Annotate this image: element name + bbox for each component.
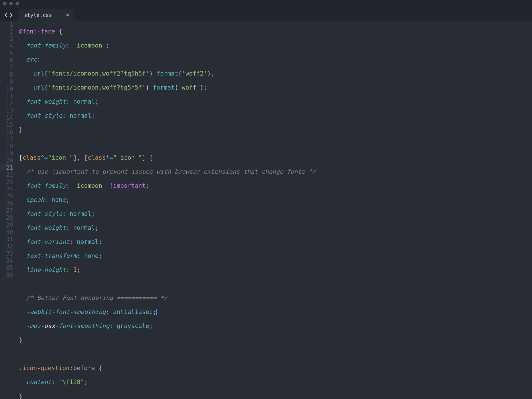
code-line [19, 351, 316, 358]
code-line: font-family: 'icomoon' !important; [19, 182, 316, 189]
code-line: } [19, 126, 316, 133]
window-minimize-icon[interactable] [9, 2, 13, 5]
code-area[interactable]: @font-face { font-family: 'icomoon'; src… [17, 21, 316, 399]
code-line: @font-face { [19, 28, 316, 35]
code-line: -moz-osx-font-smoothing: grayscale; [19, 323, 316, 330]
window-zoom-icon[interactable] [15, 2, 19, 5]
code-line: text-transform: none; [19, 252, 316, 260]
code-line: url('fonts/icomoon.woff?tq5h5f') format(… [19, 84, 316, 91]
code-line: url('fonts/icomoon.woff2?tq5h5f') format… [19, 70, 316, 77]
code-line: src: [19, 56, 316, 63]
text-cursor [156, 309, 157, 315]
code-line: font-style: normal; [19, 112, 316, 119]
nav-forward-icon[interactable] [9, 13, 13, 18]
code-line: .icon-question:before { [19, 365, 316, 372]
window-close-icon[interactable] [3, 2, 7, 5]
code-line: /* Better Font Rendering =========== */ [19, 295, 316, 302]
code-line: font-weight: normal; [19, 98, 316, 105]
code-line: line-height: 1; [19, 266, 316, 274]
code-line [19, 281, 316, 288]
code-line: /* use !important to prevent issues with… [19, 168, 316, 175]
editor[interactable]: 1 2 3 4 5 6 7 8 9 10 11 12 13 14 15 16 1… [0, 21, 532, 399]
nav-back-icon[interactable] [4, 13, 8, 18]
code-line: font-weight: normal; [19, 224, 316, 232]
code-line: font-style: normal; [19, 210, 316, 218]
tab-dirty-icon [66, 14, 69, 16]
tab-filename: style.css [24, 12, 52, 18]
toolbar: style.css [0, 7, 532, 21]
code-line: [class^="icon-"], [class*=" icon-"] { [19, 154, 316, 161]
code-line: font-family: 'icomoon'; [19, 42, 316, 49]
code-line: speak: none; [19, 196, 316, 204]
editor-window: style.css 1 2 3 4 5 6 7 8 9 10 11 12 13 … [0, 0, 532, 399]
code-line: } [19, 393, 316, 399]
code-line: -webkit-font-smoothing: antialiased; [19, 309, 316, 316]
code-line: content: "\f128"; [19, 379, 316, 386]
code-line: } [19, 337, 316, 344]
code-line: font-variant: normal; [19, 238, 316, 246]
code-line [19, 140, 316, 147]
tab-style-css[interactable]: style.css [18, 9, 74, 21]
gutter: 1 2 3 4 5 6 7 8 9 10 11 12 13 14 15 16 1… [0, 21, 17, 399]
titlebar [0, 0, 532, 7]
